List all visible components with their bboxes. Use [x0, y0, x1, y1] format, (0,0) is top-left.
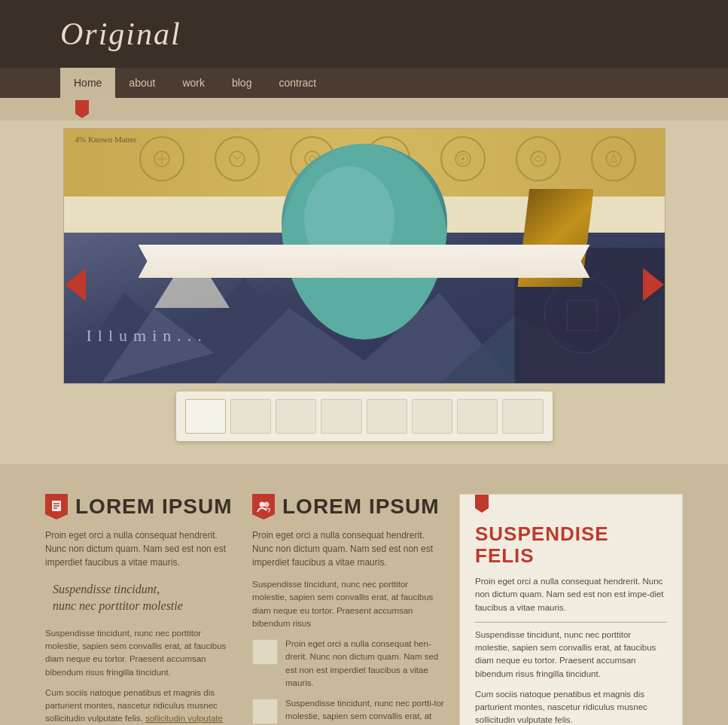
- ribbon-bar: [0, 98, 728, 120]
- thumb-1[interactable]: [185, 399, 226, 434]
- column-1: LOREM IPSUM Proin eget orci a nulla cons…: [45, 494, 237, 725]
- col2-icon: [252, 494, 275, 519]
- hero-circle-6: [516, 136, 561, 181]
- navigation: Home about work blog contract: [0, 68, 728, 98]
- hero-known-matter: 4% Known Matter: [75, 135, 137, 144]
- svg-point-28: [260, 502, 265, 507]
- content-section: LOREM IPSUM Proin eget orci a nulla cons…: [0, 464, 728, 725]
- col2-item2-text: Suspendisse tincidunt, nunc nec portti-t…: [285, 697, 444, 725]
- col3-body3: Cum sociis natoque penatibus et magnis d…: [475, 688, 667, 725]
- nav-home[interactable]: Home: [60, 68, 115, 98]
- col3-ribbon: [475, 495, 489, 513]
- svg-point-29: [264, 502, 270, 507]
- site-logo: Original: [60, 16, 181, 52]
- hero-circle-2: [215, 136, 260, 181]
- col1-title: LOREM IPSUM: [75, 495, 233, 519]
- col3-separator: [475, 622, 667, 623]
- nav-contract[interactable]: contract: [265, 68, 330, 98]
- hero-circle-1: [139, 136, 184, 181]
- col3-body1: Proin eget orci a nulla consequat hendre…: [475, 575, 667, 614]
- nav-work[interactable]: work: [169, 68, 218, 98]
- col2-item2-icon: [252, 699, 278, 724]
- col2-item-1: Proin eget orci a nulla consequat hen-dr…: [252, 638, 444, 690]
- thumb-8[interactable]: [502, 399, 543, 434]
- hero-circle-5: [440, 136, 486, 181]
- svg-marker-14: [611, 154, 617, 162]
- column-2: LOREM IPSUM Proin eget orci a nulla cons…: [252, 494, 444, 725]
- header: Original: [0, 0, 728, 68]
- col3-content: SUSPENDISE FELIS Proin eget orci a nulla…: [475, 523, 667, 725]
- col1-sub1: Suspendisse tincidunt, nunc nec porttito…: [45, 627, 237, 679]
- col2-item1-text: Proin eget orci a nulla consequat hen-dr…: [285, 638, 444, 690]
- col2-sub-intro: Suspendisse tincidunt, nunc nec porttito…: [252, 578, 444, 630]
- hero-nav-bar: [139, 245, 590, 278]
- thumb-2[interactable]: [230, 399, 271, 434]
- col1-icon: [45, 494, 68, 519]
- col2-item1-icon: [252, 639, 278, 665]
- hero-prev-button[interactable]: [48, 268, 86, 301]
- hero-next-button[interactable]: [643, 268, 681, 301]
- hero-thumbnails: [176, 391, 553, 441]
- col1-sub2: Cum sociis natoque penatibus et magnis d…: [45, 687, 237, 725]
- ribbon-marker: [75, 100, 89, 118]
- col2-header: LOREM IPSUM: [252, 494, 444, 519]
- thumb-3[interactable]: [276, 399, 316, 434]
- hero-section: 4% Known Matter: [0, 120, 728, 464]
- col1-header: LOREM IPSUM: [45, 494, 237, 519]
- thumb-7[interactable]: [457, 399, 498, 434]
- hero-slide-text: Illumin...: [87, 326, 208, 346]
- thumb-5[interactable]: [367, 399, 407, 434]
- nav-about[interactable]: about: [115, 68, 169, 98]
- hero-circle-7: [591, 136, 636, 181]
- column-3: SUSPENDISE FELIS Proin eget orci a nulla…: [459, 494, 683, 725]
- thumb-6[interactable]: [412, 399, 452, 434]
- col1-quote: Suspendisse tincidunt, nunc nec porttito…: [45, 581, 237, 615]
- col3-body2: Suspendisse tincidunt, nunc nec porttito…: [475, 629, 667, 681]
- nav-blog[interactable]: blog: [218, 68, 265, 98]
- thumb-4[interactable]: [321, 399, 361, 434]
- col2-item-2: Suspendisse tincidunt, nunc nec portti-t…: [252, 697, 444, 725]
- svg-point-12: [531, 151, 546, 166]
- col2-items: Proin eget orci a nulla consequat hen-dr…: [252, 638, 444, 725]
- col2-body: Proin eget orci a nulla consequat hendre…: [252, 529, 444, 569]
- hero-slider: 4% Known Matter: [63, 128, 666, 384]
- svg-point-11: [461, 157, 465, 160]
- col1-body: Proin eget orci a nulla consequat hendre…: [45, 529, 237, 569]
- col2-title: LOREM IPSUM: [282, 495, 440, 519]
- col3-title: SUSPENDISE FELIS: [475, 523, 667, 566]
